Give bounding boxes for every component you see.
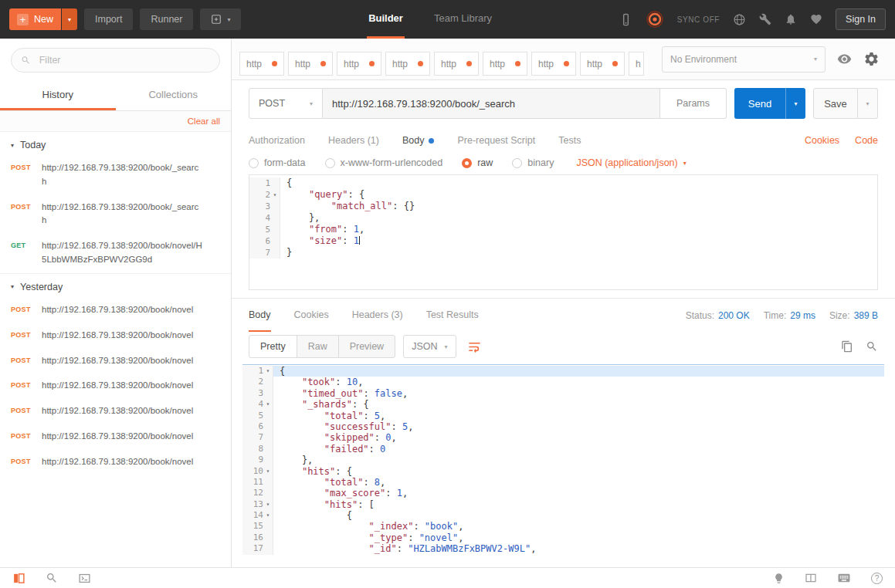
lightbulb-icon[interactable] [773, 573, 785, 584]
history-group-header-yesterday[interactable]: ▾Yesterday [0, 273, 231, 298]
line-number-gutter[interactable]: 6 [249, 235, 280, 247]
history-item[interactable]: POSThttp://192.168.79.138:9200/book/nove… [0, 450, 231, 475]
line-number-gutter[interactable]: 9 [242, 455, 273, 465]
line-number-gutter[interactable]: 7 [249, 247, 280, 259]
code-text[interactable]: "size": 1 [280, 235, 360, 247]
code-text[interactable]: "hits": { [273, 466, 352, 477]
globe-icon[interactable] [733, 13, 746, 26]
line-number-gutter[interactable]: 2 [242, 377, 273, 387]
line-number-gutter[interactable]: 4 [249, 212, 280, 224]
console-icon[interactable] [78, 572, 91, 585]
import-button[interactable]: Import [84, 8, 133, 30]
builder-tab[interactable]: Builder [367, 0, 405, 39]
line-number-gutter[interactable]: 1▾ [242, 366, 273, 377]
line-number-gutter[interactable]: 7 [242, 432, 273, 443]
history-item[interactable]: POSThttp://192.168.79.138:9200/book/nove… [0, 373, 231, 399]
response-format-select[interactable]: JSON ▾ [403, 335, 456, 358]
size-value[interactable]: 389 B [854, 310, 878, 321]
open-tab[interactable]: http [288, 52, 333, 76]
cookies-link[interactable]: Cookies [805, 135, 839, 146]
open-tab[interactable]: http [239, 52, 284, 76]
fold-caret-icon[interactable]: ▾ [263, 499, 273, 510]
history-item[interactable]: GEThttp://192.168.79.138:9200/book/novel… [0, 234, 231, 273]
response-tab-body[interactable]: Body [249, 299, 271, 332]
open-tab[interactable]: http [580, 52, 625, 76]
code-text[interactable]: }, [273, 455, 313, 465]
heart-icon[interactable] [810, 13, 822, 25]
body-mode-form-data[interactable]: form-data [249, 157, 306, 168]
fold-caret-icon[interactable]: ▾ [263, 366, 273, 377]
fold-caret-icon[interactable]: ▾ [270, 189, 280, 201]
code-text[interactable]: }, [280, 212, 320, 224]
request-tab-authorization[interactable]: Authorization [249, 135, 305, 146]
open-tab[interactable]: http [434, 52, 479, 76]
response-tab-test-results[interactable]: Test Results [426, 299, 479, 332]
body-mode-x-www-form-urlencoded[interactable]: x-www-form-urlencoded [325, 157, 443, 168]
code-text[interactable]: "failed": 0 [273, 444, 385, 455]
line-number-gutter[interactable]: 17 [242, 543, 273, 554]
sign-in-button[interactable]: Sign In [836, 8, 886, 30]
code-text[interactable]: "successful": 5, [273, 421, 413, 432]
history-tab[interactable]: History [0, 82, 116, 110]
line-number-gutter[interactable]: 8 [242, 444, 273, 455]
line-number-gutter[interactable]: 1 [249, 177, 280, 189]
bell-icon[interactable] [785, 13, 797, 25]
request-tab-tests[interactable]: Tests [558, 135, 581, 146]
history-item[interactable]: POSThttp://192.168.79.138:9200/book/nove… [0, 298, 231, 323]
code-link[interactable]: Code [855, 135, 878, 146]
body-mode-binary[interactable]: binary [512, 157, 554, 168]
code-text[interactable]: "_id": "HZLabWMBzFxBPWV2-W9L", [273, 543, 536, 554]
view-mode-raw[interactable]: Raw [297, 335, 339, 358]
code-text[interactable]: { [280, 177, 292, 189]
line-number-gutter[interactable]: 15 [242, 521, 273, 532]
open-tab[interactable]: h [629, 52, 644, 76]
open-tab[interactable]: http [337, 52, 381, 76]
collections-tab[interactable]: Collections [116, 82, 232, 110]
code-text[interactable]: { [273, 510, 352, 521]
history-item[interactable]: POSThttp://192.168.79.138:9200/book/nove… [0, 323, 231, 349]
code-text[interactable]: "from": 1, [280, 224, 364, 235]
new-dropdown-caret[interactable]: ▾ [62, 8, 77, 30]
keyboard-shortcuts-icon[interactable] [837, 571, 851, 585]
line-number-gutter[interactable]: 2▾ [249, 189, 280, 201]
help-icon[interactable]: ? [871, 573, 883, 584]
wrap-lines-icon[interactable] [467, 340, 482, 354]
response-tab-cookies[interactable]: Cookies [294, 299, 329, 332]
new-button[interactable]: + New [9, 8, 61, 30]
view-mode-preview[interactable]: Preview [338, 335, 395, 358]
fold-caret-icon[interactable]: ▾ [263, 466, 273, 477]
request-tab-pre-request-script[interactable]: Pre-request Script [457, 135, 535, 146]
save-button[interactable]: Save [813, 88, 858, 119]
new-window-button[interactable]: ▾ [200, 8, 241, 30]
filter-input[interactable] [38, 54, 210, 66]
sidebar-toggle-icon[interactable] [12, 572, 25, 585]
line-number-gutter[interactable]: 3 [249, 201, 280, 212]
request-tab-headers-1[interactable]: Headers (1) [328, 135, 379, 146]
send-dropdown-caret[interactable]: ▾ [785, 88, 805, 119]
line-number-gutter[interactable]: 6 [242, 421, 273, 432]
line-number-gutter[interactable]: 16 [242, 532, 273, 543]
content-type-select[interactable]: JSON (application/json) ▾ [576, 157, 686, 168]
two-pane-layout-icon[interactable] [805, 572, 817, 584]
fold-caret-icon[interactable]: ▾ [263, 510, 273, 521]
code-text[interactable]: "_shards": { [273, 399, 369, 410]
environment-preview-eye-icon[interactable] [837, 52, 852, 66]
fold-caret-icon[interactable]: ▾ [263, 399, 273, 410]
history-item[interactable]: POSThttp://192.168.79.138:9200/book/_sea… [0, 156, 231, 195]
code-text[interactable]: "max_score": 1, [273, 488, 408, 498]
request-body-editor[interactable]: 1{2▾ "query": {3 "match_all": {}4 },5 "f… [249, 174, 878, 290]
environment-select[interactable]: No Environment ▾ [662, 46, 826, 73]
save-dropdown-caret[interactable]: ▾ [858, 88, 878, 119]
send-button[interactable]: Send [734, 88, 785, 119]
open-tab[interactable]: http [531, 52, 576, 76]
copy-response-icon[interactable] [841, 340, 853, 353]
settings-gear-icon[interactable] [863, 51, 880, 67]
history-item[interactable]: POSThttp://192.168.79.138:9200/book/nove… [0, 349, 231, 374]
history-item[interactable]: POSThttp://192.168.79.138:9200/book/nove… [0, 399, 231, 424]
line-number-gutter[interactable]: 10▾ [242, 466, 273, 477]
history-item[interactable]: POSThttp://192.168.79.138:9200/book/_sea… [0, 195, 231, 235]
line-number-gutter[interactable]: 14▾ [242, 510, 273, 521]
code-text[interactable]: "hits": [ [273, 499, 375, 510]
line-number-gutter[interactable]: 5 [242, 411, 273, 421]
response-body-viewer[interactable]: 1▾{2 "took": 10,3 "timed_out": false,4▾ … [242, 364, 884, 567]
